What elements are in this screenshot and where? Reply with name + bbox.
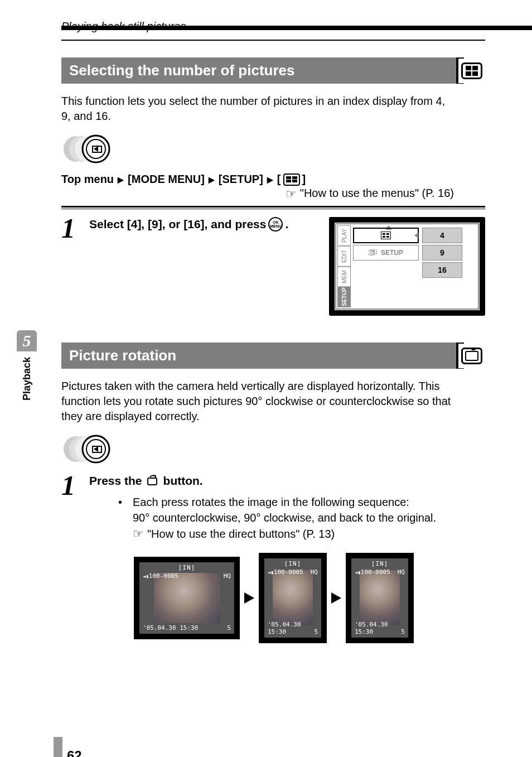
rotate-button-icon bbox=[144, 475, 161, 487]
lcd-tab-mem: MEM bbox=[337, 267, 351, 287]
menu-path-setup: [SETUP] bbox=[219, 173, 263, 186]
lcd-screenshot: PLAY EDIT MEM SETUP bbox=[329, 217, 485, 316]
lcd-tabs: PLAY EDIT MEM SETUP bbox=[337, 225, 351, 307]
overlay-date: '05.04.30 15:30 bbox=[143, 624, 198, 631]
section2-title: Picture rotation bbox=[61, 343, 458, 369]
arrow-right-icon bbox=[331, 592, 341, 604]
section2-link-text: "How to use the direct buttons" (P. 13) bbox=[147, 526, 335, 542]
page-number-bar bbox=[54, 737, 62, 757]
top-bar bbox=[0, 26, 532, 30]
section1-header: Selecting the number of pictures bbox=[61, 57, 485, 84]
section1-link: ☞ "How to use the menus" (P. 16) bbox=[61, 187, 454, 201]
breadcrumb-rule bbox=[61, 40, 485, 41]
overlay-folder: 100-0005 bbox=[149, 572, 178, 580]
overlay-folder: 100-0005 bbox=[361, 568, 390, 576]
section1-title: Selecting the number of pictures bbox=[61, 57, 458, 84]
menu-path-top: Top menu bbox=[61, 173, 114, 186]
menu-path: Top menu ▶ [MODE MENU] ▶ [SETUP] ▶ [ ] bbox=[61, 173, 493, 186]
pointer-hand-icon: ☞ bbox=[286, 187, 297, 201]
triangle-right-icon: ▶ bbox=[118, 175, 124, 184]
menu-path-bracket-close: ] bbox=[302, 173, 306, 186]
lcd-option-9: 9 bbox=[422, 245, 462, 261]
photo-original: [IN] ◄▮100-0005 HQ '05.04.30 15:30 5 bbox=[134, 557, 240, 639]
svg-rect-17 bbox=[148, 478, 157, 485]
lcd-selected-item bbox=[353, 228, 419, 243]
bullet-dot: • bbox=[118, 494, 125, 543]
bullet-text-1: Each press rotates the image in the foll… bbox=[133, 494, 485, 510]
triangle-right-icon: ▶ bbox=[209, 175, 215, 184]
rotate-icon bbox=[461, 348, 482, 364]
lcd-tab-setup: SETUP bbox=[337, 287, 351, 307]
section1-icon-slot bbox=[458, 59, 485, 83]
step1-text-a: Select [4], [9], or [16], and press bbox=[89, 218, 266, 231]
menu-path-mode: [MODE MENU] bbox=[128, 173, 205, 186]
photo-cw: [IN] ◄▮100-0005 HQ '05.04.30 15:30 5 bbox=[346, 553, 414, 643]
arrow-right-icon bbox=[244, 592, 254, 604]
triangle-right-icon: ▶ bbox=[267, 175, 273, 184]
bullet-text-2: 90° counterclockwise, 90° clockwise, and… bbox=[133, 510, 485, 525]
photo-ccw: [IN] ◄▮100-0005 HQ '05.04.30 15:30 5 bbox=[259, 553, 327, 643]
step2-bullets: • Each press rotates the image in the fo… bbox=[118, 494, 485, 543]
index-grid-icon bbox=[381, 232, 391, 239]
overlay-date: '05.04.30 15:30 bbox=[355, 621, 408, 635]
ok-menu-button-icon: OKMENU bbox=[268, 217, 283, 232]
overlay-in: [IN] bbox=[371, 560, 389, 567]
overlay-counter: 5 bbox=[314, 628, 318, 635]
page-number: 62 bbox=[67, 748, 82, 757]
overlay-counter: 5 bbox=[401, 628, 405, 635]
step2-text-b: button. bbox=[163, 474, 203, 488]
overlay-in: [IN] bbox=[178, 564, 196, 571]
lcd-option-4: 4 bbox=[422, 228, 462, 243]
lcd-option-16: 16 bbox=[422, 262, 462, 278]
section1-link-text: "How to use the menus" (P. 16) bbox=[300, 187, 454, 201]
menu-path-bracket-open: [ bbox=[277, 173, 281, 186]
chapter-number: 5 bbox=[17, 330, 37, 351]
mode-dial-icon bbox=[61, 434, 493, 466]
triangle-left-icon bbox=[414, 233, 418, 238]
section2-step1: 1 Press the button. • Each press rotates… bbox=[61, 474, 485, 643]
lcd-setup-item: SETUP bbox=[353, 245, 419, 261]
chapter-label: Playback bbox=[21, 357, 33, 401]
lcd-tab-play: PLAY bbox=[337, 225, 351, 246]
step1-text-b: . bbox=[285, 218, 288, 231]
overlay-hq: HQ bbox=[398, 568, 405, 576]
section2-header: Picture rotation bbox=[61, 343, 485, 369]
overlay-hq: HQ bbox=[311, 568, 318, 576]
step2-title: Press the button. bbox=[89, 474, 485, 488]
section1-step1: 1 Select [4], [9], or [16], and press OK… bbox=[61, 217, 485, 316]
step-number: 1 bbox=[61, 217, 78, 316]
pointer-hand-icon: ☞ bbox=[133, 525, 144, 543]
section2-icon-slot bbox=[458, 344, 485, 368]
section2-intro: Pictures taken with the camera held vert… bbox=[61, 379, 454, 424]
overlay-in: [IN] bbox=[284, 560, 302, 567]
step2-text-a: Press the bbox=[89, 474, 142, 488]
chapter-side-tab: 5 Playback bbox=[17, 330, 37, 401]
step1-title: Select [4], [9], or [16], and press OKME… bbox=[89, 217, 312, 232]
lcd-setup-label: SETUP bbox=[381, 249, 403, 257]
section1-intro: This function lets you select the number… bbox=[61, 94, 454, 124]
rotation-sequence: [IN] ◄▮100-0005 HQ '05.04.30 15:30 5 [IN… bbox=[134, 553, 485, 643]
index-grid-icon bbox=[283, 173, 300, 186]
overlay-counter: 5 bbox=[227, 624, 231, 631]
slideshow-icon bbox=[369, 249, 378, 256]
overlay-hq: HQ bbox=[224, 572, 231, 580]
step-number: 1 bbox=[61, 474, 78, 643]
overlay-folder: 100-0005 bbox=[274, 568, 303, 576]
index-grid-icon bbox=[461, 62, 482, 79]
double-rule bbox=[61, 206, 485, 209]
overlay-date: '05.04.30 15:30 bbox=[268, 621, 321, 635]
lcd-tab-edit: EDIT bbox=[337, 246, 351, 267]
mode-dial-icon bbox=[61, 134, 493, 166]
